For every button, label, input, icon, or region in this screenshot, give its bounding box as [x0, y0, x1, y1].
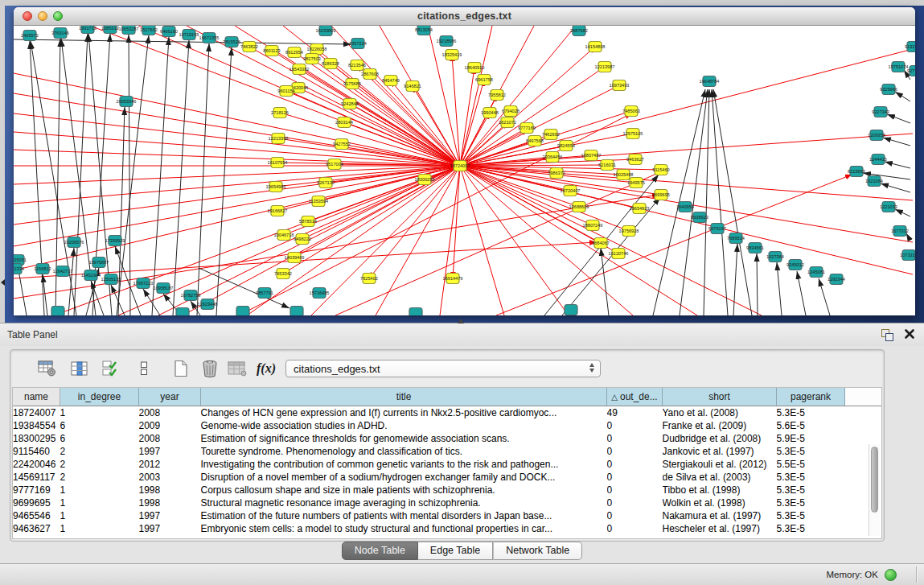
table-row[interactable]: 946554611997Estimation of the future num…	[13, 509, 881, 522]
table-cell[interactable]: Investigating the contribution of common…	[201, 458, 607, 471]
graph-node[interactable]: 10653287	[119, 26, 139, 35]
table-cell[interactable]: 2	[60, 458, 139, 471]
table-cell[interactable]: 0	[607, 484, 663, 496]
graph-node[interactable]: 9427552	[333, 139, 351, 150]
graph-node[interactable]: 7357224	[349, 39, 367, 49]
table-cell[interactable]: 5.6E-5	[777, 419, 845, 432]
graph-node[interactable]: 7955812	[488, 90, 506, 101]
table-row[interactable]: 911546021997Tourette syndrome. Phenomeno…	[13, 445, 881, 458]
graph-node[interactable]: 1085313	[101, 26, 119, 34]
table-cell[interactable]: Tourette syndrome. Phenomenology and cla…	[201, 445, 607, 458]
table-cell[interactable]: 0	[607, 522, 663, 535]
graph-node[interactable]: 12975105	[623, 129, 643, 139]
network-window-titlebar[interactable]: citations_edges.txt	[14, 7, 915, 26]
table-cell[interactable]: 1	[60, 484, 139, 496]
graph-node[interactable]: 7653342	[274, 269, 292, 279]
table-cell[interactable]: Nakamura et al. (1997)	[663, 509, 777, 522]
table-cell[interactable]: 1	[60, 496, 139, 509]
close-window-button[interactable]	[23, 11, 32, 21]
graph-node[interactable]: 9824554	[557, 141, 575, 151]
table-cell[interactable]: 5.3E-5	[777, 509, 845, 522]
column-header-short[interactable]: short	[663, 388, 777, 406]
graph-node[interactable]: 8213546	[348, 60, 366, 71]
table-cell[interactable]: 19384554	[13, 419, 60, 432]
column-header-out-degree[interactable]: △out_de...	[607, 388, 663, 406]
graph-node[interactable]: 6216031	[598, 160, 616, 171]
graph-node[interactable]: 6497568	[526, 136, 544, 146]
graph-node[interactable]: 10688609	[569, 202, 589, 212]
graph-node[interactable]: 5878314	[299, 216, 317, 227]
table-cell[interactable]: de Silva et al. (2003)	[663, 471, 777, 484]
graph-node[interactable]: 10046718	[274, 230, 294, 241]
graph-node[interactable]: 7463822	[240, 42, 258, 52]
float-panel-icon[interactable]	[881, 328, 893, 341]
graph-node[interactable]: 8813054	[415, 26, 433, 35]
graph-node[interactable]	[236, 307, 249, 316]
graph-node[interactable]: 19654923	[630, 204, 650, 214]
table-cell[interactable]: 1997	[139, 445, 201, 458]
graph-node[interactable]: 18325419	[442, 50, 462, 60]
table-row[interactable]: 946362711997Embryonic stem cells: a mode…	[13, 522, 881, 535]
graph-node[interactable]: 1990448	[481, 108, 499, 118]
graph-node[interactable]: 8454749	[382, 76, 400, 86]
close-panel-icon[interactable]	[903, 328, 916, 340]
table-cell[interactable]: 0	[607, 432, 663, 445]
table-cell[interactable]: 1998	[139, 484, 201, 496]
graph-node[interactable]: 10807487	[581, 150, 602, 161]
column-header-in-degree[interactable]: in_degree	[60, 388, 139, 406]
graph-node[interactable]: 12213987	[595, 62, 615, 72]
graph-node[interactable]: 9684067	[592, 238, 610, 249]
table-cell[interactable]: 2009	[139, 419, 201, 432]
graph-node[interactable]: 15751074	[889, 62, 909, 72]
graph-node[interactable]: 20206576	[64, 237, 84, 248]
show-columns-icon[interactable]	[68, 357, 91, 380]
graph-node[interactable]: 9857791	[256, 288, 273, 299]
column-header-pagerank[interactable]: pagerank	[777, 388, 845, 406]
graph-node[interactable]: 9777169	[518, 123, 536, 134]
graph-node[interactable]: 1640954	[676, 202, 694, 212]
table-cell[interactable]: Corpus callosum shape and size in male p…	[201, 484, 607, 496]
table-cell[interactable]: Structural magnetic resonance image aver…	[201, 496, 607, 509]
graph-node[interactable]: 10958187	[154, 283, 174, 294]
graph-node[interactable]: 9227343	[872, 107, 889, 117]
graph-node[interactable]: 16720407	[561, 186, 581, 196]
graph-node[interactable]: 8186328	[322, 59, 339, 69]
clear-selection-icon[interactable]	[133, 357, 155, 380]
graph-node[interactable]: 2405572	[21, 31, 39, 41]
table-cell[interactable]: 18300295	[13, 432, 60, 445]
graph-node[interactable]: 9498222	[294, 234, 311, 245]
graph-node[interactable]: 12505135	[101, 274, 121, 285]
table-cell[interactable]: 9465546	[13, 509, 60, 522]
table-cell[interactable]: Embryonic stem cells: a model to study s…	[201, 522, 607, 535]
table-cell[interactable]: Franke et al. (2009)	[663, 419, 777, 432]
graph-node[interactable]: 9699695	[652, 190, 670, 200]
table-cell[interactable]: 5.3E-5	[777, 496, 845, 509]
delete-table-icon[interactable]	[199, 357, 221, 380]
citation-network-graph[interactable]: 2405572376914619317131085313106532871527…	[14, 26, 915, 315]
panel-resize-grip[interactable]	[458, 319, 464, 323]
table-cell[interactable]: 22420046	[13, 458, 60, 471]
graph-node[interactable]: 3267130	[317, 178, 335, 188]
table-cell[interactable]: 1997	[139, 522, 201, 535]
table-cell[interactable]: 0	[607, 445, 663, 458]
graph-node[interactable]: 1073319	[900, 250, 915, 261]
graph-node[interactable]	[176, 308, 189, 316]
import-table-icon[interactable]	[226, 357, 248, 380]
graph-node[interactable]: 10975887	[89, 257, 109, 268]
function-builder-icon[interactable]: f(x)	[255, 357, 277, 380]
graph-node[interactable]: 9277143	[907, 66, 915, 76]
graph-node[interactable]: 16543382	[290, 64, 310, 75]
table-cell[interactable]: 9115460	[13, 445, 60, 458]
graph-node[interactable]: 7625402	[360, 274, 378, 284]
table-cell[interactable]: 14569117	[13, 471, 60, 484]
table-cell[interactable]: 49	[607, 406, 663, 420]
table-cell[interactable]: Wolkin et al. (1998)	[663, 496, 777, 509]
table-row[interactable]: 1830029562008Estimation of significance …	[13, 432, 881, 445]
scrollbar-thumb[interactable]	[871, 447, 878, 513]
network-canvas[interactable]: 2405572376914619317131085313106532871527…	[14, 26, 915, 315]
graph-node[interactable]: 18226058	[307, 44, 327, 55]
graph-node[interactable]: 1677012	[891, 226, 909, 237]
memory-status-icon[interactable]	[885, 569, 897, 581]
table-cell[interactable]: 5.3E-5	[777, 406, 845, 420]
table-cell[interactable]: 1	[60, 406, 139, 420]
